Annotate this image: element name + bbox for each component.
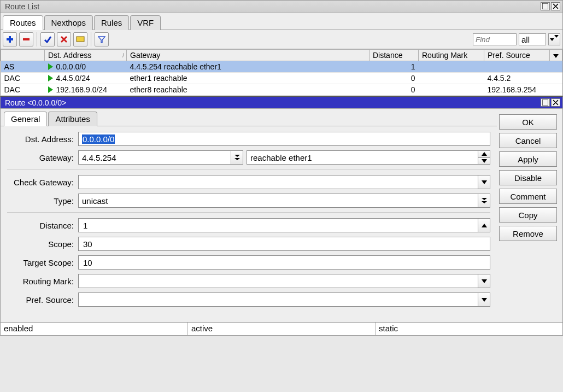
routing-mark-label: Routing Mark: — [7, 277, 78, 286]
form-divider-1 — [7, 169, 490, 169]
gateway-label: Gateway: — [7, 153, 78, 162]
scope-label: Scope: — [7, 239, 78, 249]
col-distance[interactable]: Distance — [370, 50, 419, 61]
cell-gateway: ether1 reachable — [127, 73, 370, 84]
detail-close-button[interactable] — [551, 98, 560, 107]
gateway-stepper[interactable] — [478, 150, 490, 165]
close-button[interactable] — [551, 2, 560, 10]
copy-button[interactable]: Copy — [499, 207, 557, 223]
active-route-icon — [48, 63, 53, 70]
distance-label: Distance: — [7, 221, 78, 230]
check-gateway-field[interactable] — [78, 175, 478, 189]
tab-vrf[interactable]: VRF — [130, 15, 161, 30]
scope-input[interactable] — [82, 239, 486, 249]
enable-button[interactable] — [40, 32, 55, 46]
route-form: Dst. Address: 0.0.0.0/0 Gateway: 4.4.5.2… — [1, 126, 497, 322]
table-row[interactable]: AS0.0.0.0/04.4.5.254 reachable ether11 — [1, 61, 562, 73]
active-route-icon — [48, 86, 53, 93]
routing-mark-field[interactable] — [78, 274, 478, 288]
cell-pref-source — [484, 61, 550, 73]
table-row[interactable]: DAC192.168.9.0/24ether8 reachable0192.16… — [1, 84, 562, 96]
cell-pref-source: 192.168.9.254 — [484, 84, 550, 96]
cell-gateway: ether8 reachable — [127, 84, 370, 96]
table-row[interactable]: DAC4.4.5.0/24ether1 reachable04.4.5.2 — [1, 73, 562, 84]
gateway-step-down[interactable] — [478, 158, 490, 165]
col-settings[interactable] — [550, 50, 562, 61]
route-list-toolbar: all — [1, 30, 562, 49]
col-routing-mark[interactable]: Routing Mark — [419, 50, 484, 61]
pref-source-input[interactable] — [82, 295, 474, 305]
type-field[interactable]: unicast — [78, 194, 478, 208]
tab-routes[interactable]: Routes — [3, 15, 43, 30]
route-detail-title: Route <0.0.0.0/0> — [3, 98, 539, 107]
target-scope-label: Target Scope: — [7, 258, 78, 267]
ok-button[interactable]: OK — [499, 114, 557, 130]
cancel-button[interactable]: Cancel — [499, 133, 557, 148]
distance-collapse[interactable] — [478, 218, 490, 232]
routing-mark-dropdown[interactable] — [478, 274, 490, 288]
toolbar-separator — [37, 32, 37, 46]
scope-field[interactable] — [78, 237, 490, 251]
tab-rules[interactable]: Rules — [94, 15, 129, 30]
remove-button[interactable] — [19, 32, 33, 46]
pref-source-field[interactable] — [78, 292, 478, 307]
check-gateway-input[interactable] — [82, 177, 474, 188]
svg-rect-8 — [77, 37, 84, 42]
svg-rect-0 — [542, 3, 548, 9]
target-scope-input[interactable] — [82, 258, 486, 268]
target-scope-field[interactable] — [78, 255, 490, 270]
gateway-status-field: reachable ether1 — [247, 150, 478, 165]
gateway-dropdown[interactable] — [231, 150, 243, 165]
cell-distance: 1 — [370, 61, 419, 73]
disable-button[interactable] — [57, 32, 71, 46]
pref-source-dropdown[interactable] — [478, 292, 490, 307]
comment-button[interactable] — [73, 32, 87, 46]
col-dst-address[interactable]: Dst. Address/ — [45, 50, 127, 61]
tab-general[interactable]: General — [4, 112, 47, 126]
svg-rect-10 — [542, 100, 548, 106]
tab-nexthops[interactable]: Nexthops — [44, 15, 93, 30]
col-pref-source[interactable]: Pref. Source — [484, 50, 550, 61]
route-detail-titlebar: Route <0.0.0.0/0> — [1, 97, 562, 109]
filter-select[interactable]: all — [519, 33, 546, 45]
status-enabled: enabled — [1, 323, 188, 335]
cell-distance: 0 — [370, 73, 419, 84]
gateway-field[interactable]: 4.4.5.254 — [78, 150, 231, 165]
form-divider-2 — [7, 212, 490, 213]
status-static: static — [376, 323, 562, 335]
type-dropdown[interactable] — [478, 194, 490, 208]
route-list-tabbar: Routes Nexthops Rules VRF — [1, 13, 562, 30]
remove-button[interactable]: Remove — [499, 226, 557, 241]
col-flags[interactable] — [1, 50, 45, 61]
filter-button[interactable] — [95, 32, 109, 46]
routes-table: Dst. Address/ Gateway Distance Routing M… — [1, 49, 562, 96]
comment-button[interactable]: Comment — [499, 189, 557, 204]
type-value: unicast — [82, 196, 108, 206]
disable-button[interactable]: Disable — [499, 170, 557, 185]
gateway-status: reachable ether1 — [250, 153, 312, 162]
col-gateway[interactable]: Gateway — [127, 50, 370, 61]
cell-routing-mark — [419, 61, 484, 73]
route-detail-window: Route <0.0.0.0/0> General Attributes Dst… — [0, 96, 563, 336]
tab-attributes[interactable]: Attributes — [48, 112, 97, 126]
cell-flags: DAC — [1, 73, 45, 84]
route-list-titlebar: Route List — [1, 1, 562, 13]
find-input[interactable] — [473, 33, 517, 45]
gateway-step-up[interactable] — [478, 151, 490, 158]
cell-dst: 0.0.0.0/0 — [45, 61, 127, 73]
detail-minimize-button[interactable] — [541, 98, 550, 107]
minimize-button[interactable] — [541, 2, 550, 10]
apply-button[interactable]: Apply — [499, 151, 557, 167]
add-button[interactable] — [3, 32, 17, 46]
cell-routing-mark — [419, 84, 484, 96]
check-gateway-dropdown[interactable] — [478, 175, 490, 189]
cell-extra — [550, 61, 562, 73]
filter-dropdown-button[interactable] — [548, 33, 560, 45]
distance-field[interactable] — [78, 218, 478, 232]
dst-address-field[interactable]: 0.0.0.0/0 — [78, 132, 490, 146]
cell-dst: 192.168.9.0/24 — [45, 84, 127, 96]
distance-input[interactable] — [82, 220, 474, 231]
cell-extra — [550, 84, 562, 96]
cell-extra — [550, 73, 562, 84]
routing-mark-input[interactable] — [82, 276, 474, 286]
